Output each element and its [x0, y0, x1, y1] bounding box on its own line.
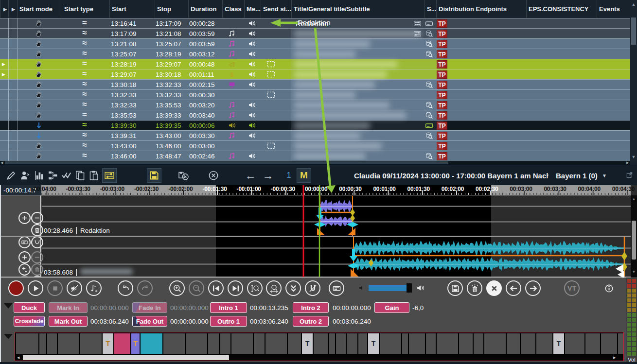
hour-block[interactable] [358, 333, 367, 354]
scroll-left-arrow[interactable]: ◀ [0, 161, 4, 165]
monitor-off-button[interactable] [67, 280, 82, 296]
scroll-down-arrow[interactable]: ▼ [631, 155, 636, 159]
structure-icon[interactable] [46, 168, 60, 183]
statistics-icon[interactable] [32, 168, 47, 183]
crossfade-editor-icon[interactable] [102, 168, 117, 183]
hour-block[interactable] [265, 333, 287, 354]
column-header-eps[interactable]: EPS.CONSISTENCY [526, 0, 597, 18]
save-icon[interactable] [147, 168, 161, 183]
info-button[interactable] [601, 280, 617, 296]
scroll-thumb[interactable] [5, 161, 448, 164]
hour-block[interactable] [39, 333, 46, 354]
stop-button[interactable] [47, 280, 63, 296]
hour-block[interactable] [402, 333, 408, 354]
scroll-right-arrow[interactable]: ▶ [613, 356, 617, 360]
column-header-s[interactable]: S... [425, 0, 436, 18]
intro-2-button[interactable]: Intro 2 [293, 302, 329, 313]
scroll-left-arrow[interactable]: ◀ [17, 356, 21, 360]
hour-block[interactable] [459, 333, 473, 354]
track2-add-button[interactable] [18, 263, 31, 276]
column-header-title[interactable]: Title/General title/Subtitle [291, 0, 425, 18]
hour-block-traffic[interactable]: T [131, 333, 140, 354]
hour-block-traffic[interactable]: T [103, 333, 113, 354]
nav-forward-arrow[interactable]: → [261, 168, 275, 183]
scroll-up-arrow[interactable]: ▲ [631, 2, 636, 7]
voice-track-button[interactable]: VT [564, 280, 580, 296]
scroll-thumb[interactable] [631, 17, 636, 45]
scroll-down-arrow[interactable]: ▼ [632, 270, 636, 274]
add-audio-button[interactable] [86, 280, 102, 296]
hour-block-traffic[interactable]: T [553, 333, 564, 354]
hour-block[interactable] [329, 333, 335, 354]
column-header-exp2[interactable]: ▶ [8, 0, 17, 18]
previous-item-button[interactable] [506, 280, 521, 296]
collapse-params-icon[interactable] [4, 303, 13, 309]
hour-block[interactable] [114, 333, 130, 354]
next-item-button[interactable] [525, 280, 541, 296]
scroll-up-arrow[interactable]: ▲ [632, 197, 636, 201]
mark-in-button[interactable]: Mark In [49, 302, 88, 313]
hour-block[interactable] [585, 333, 600, 354]
validate-icon[interactable] [59, 168, 74, 183]
snap-off-button[interactable] [305, 280, 320, 296]
hour-block[interactable] [186, 333, 207, 354]
outro-1-button[interactable]: Outro 1 [210, 316, 247, 327]
hour-block-traffic[interactable]: T [302, 333, 313, 354]
save-discard-icon[interactable] [176, 168, 191, 183]
scroll-thumb[interactable] [632, 221, 636, 260]
hour-block[interactable] [220, 333, 230, 354]
go-to-start-button[interactable] [208, 280, 224, 296]
mode-m-button[interactable]: M [297, 168, 311, 183]
detach-window-icon[interactable] [626, 172, 633, 179]
scroll-thumb[interactable] [23, 355, 229, 360]
go-to-end-button[interactable] [228, 280, 243, 296]
discard-audio-button[interactable] [467, 280, 482, 296]
expand-icon[interactable]: ▶ [2, 62, 7, 67]
track1-envelope-button[interactable] [31, 236, 43, 248]
hour-block[interactable] [254, 333, 265, 354]
hour-block[interactable] [521, 333, 535, 354]
hour-block[interactable] [601, 333, 617, 354]
speaker-person-icon[interactable] [18, 168, 32, 183]
fade-out-button[interactable]: Fade Out [132, 316, 167, 327]
table-vertical-scrollbar[interactable]: ▲▼ [630, 0, 637, 161]
table-horizontal-scrollbar[interactable]: ◀▶ [0, 161, 630, 165]
blocks-scrollbar[interactable]: ◀▶ [16, 355, 622, 361]
zoom-in-button[interactable] [169, 280, 185, 296]
volume-slider-track[interactable] [369, 285, 411, 291]
fade-in-button[interactable]: Fade In [132, 302, 167, 313]
column-header-me[interactable]: Me... [244, 0, 261, 18]
mark-out-button[interactable]: Mark Out [49, 316, 88, 327]
editor-vertical-scrollbar[interactable]: ▲▼ [631, 195, 637, 277]
hour-block-traffic[interactable]: T [368, 333, 379, 354]
paste-icon[interactable] [87, 168, 101, 183]
hour-block[interactable] [437, 333, 458, 354]
zoom-fit-button[interactable] [266, 280, 282, 296]
hour-block[interactable] [409, 333, 425, 354]
track1-display-button[interactable] [18, 236, 31, 248]
intro-1-button[interactable]: Intro 1 [210, 302, 247, 313]
hour-block[interactable] [47, 333, 57, 354]
hour-block[interactable] [536, 333, 552, 354]
expand-icon[interactable]: ▶ [2, 72, 7, 77]
column-header-dist[interactable]: Distribution Endpoints [436, 0, 526, 18]
column-header-dur[interactable]: Duration [188, 0, 222, 18]
scroll-right-arrow[interactable]: ▶ [626, 161, 630, 165]
play-button[interactable] [28, 280, 43, 296]
undo-button[interactable] [118, 280, 133, 296]
hour-block[interactable] [618, 333, 624, 354]
crossfade-button[interactable]: Crossfade [14, 316, 45, 327]
collapse-blocks-icon[interactable] [4, 334, 13, 339]
edit-pencil-icon[interactable] [4, 168, 18, 183]
outro-2-button[interactable]: Outro 2 [293, 316, 329, 327]
save-audio-button[interactable] [447, 280, 463, 296]
hour-block[interactable] [58, 333, 79, 354]
hour-block[interactable] [141, 333, 162, 354]
channel-dropdown[interactable]: Bayern 1 (0) ▼ [556, 165, 607, 186]
hour-block[interactable] [16, 333, 38, 354]
track1-zoom-in-button[interactable] [18, 212, 31, 224]
hour-block[interactable] [474, 333, 483, 354]
hour-block[interactable] [231, 333, 253, 354]
column-header-start[interactable]: Start [109, 0, 155, 18]
hour-block[interactable] [507, 333, 520, 354]
